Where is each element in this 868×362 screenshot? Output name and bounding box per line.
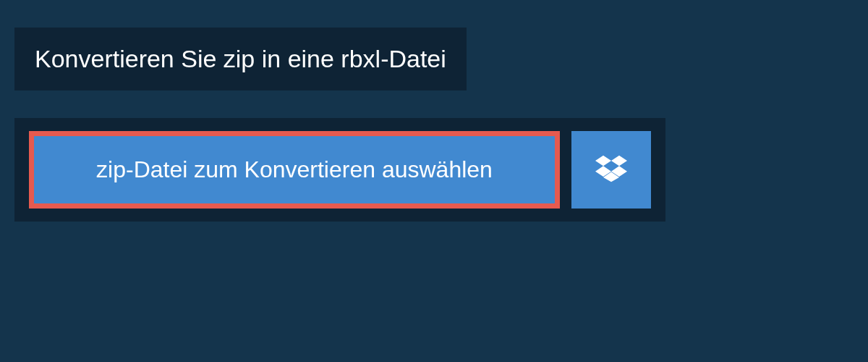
select-file-button[interactable]: zip-Datei zum Konvertieren auswählen [29,131,560,209]
page-title-text: Konvertieren Sie zip in eine rbxl-Datei [35,45,446,72]
page-title: Konvertieren Sie zip in eine rbxl-Datei [14,28,467,90]
file-select-panel: zip-Datei zum Konvertieren auswählen [14,118,665,222]
select-file-button-label: zip-Datei zum Konvertieren auswählen [96,156,493,183]
dropbox-icon [595,153,627,188]
dropbox-button[interactable] [571,131,651,209]
